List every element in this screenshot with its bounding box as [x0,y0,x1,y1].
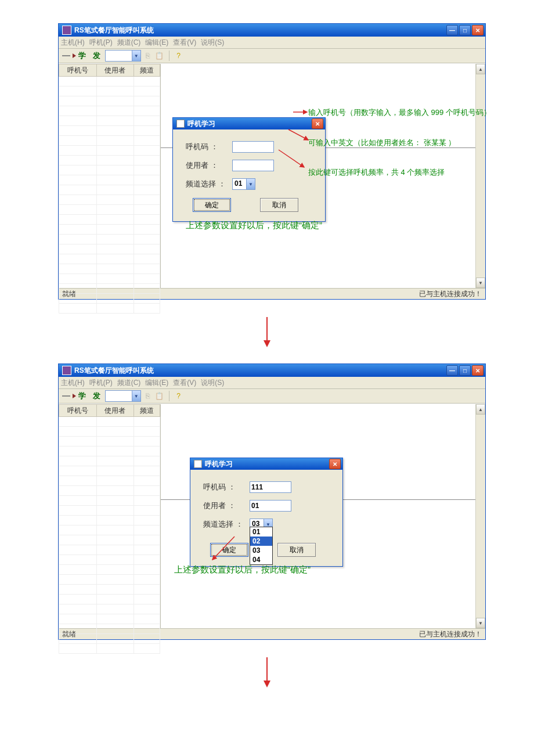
menubar[interactable]: 主机(H) 呼机(P) 频道(C) 编辑(E) 查看(V) 说明(S) [59,377,485,389]
sidebar: 呼机号 使用者 频道 [59,64,161,288]
label-user: 使用者 ： [203,501,250,511]
menu-edit[interactable]: 编辑(E) [145,38,168,48]
paste-icon[interactable]: 📋 [155,391,164,401]
toolbar-text[interactable]: 学 发 [78,51,103,61]
flow-arrow-icon [264,340,270,347]
channel-dropdown[interactable]: 01 02 03 04 [250,527,273,565]
col-user[interactable]: 使用者 [96,405,134,417]
help-icon[interactable]: ? [174,51,183,60]
scroll-up-icon[interactable]: ▲ [476,404,485,415]
menu-help[interactable]: 说明(S) [201,38,224,48]
titlebar[interactable]: RS笔式餐厅智能呼叫系统 — □ ✕ [59,364,485,377]
minimize-button[interactable]: — [446,25,458,35]
toolbar: 学 发 ▼ ⎘ 📋 ? [59,49,485,63]
sidebar: 呼机号 使用者 频道 [59,404,161,628]
dialog-icon [176,120,185,128]
dialog-close-button[interactable]: ✕ [312,118,323,129]
menu-pager[interactable]: 呼机(P) [89,38,113,48]
col-channel[interactable]: 频道 [134,64,160,77]
app-title: RS笔式餐厅智能呼叫系统 [74,26,154,35]
channel-select[interactable]: 01 ▼ [232,178,255,190]
scroll-down-icon[interactable]: ▼ [476,618,485,628]
option-01[interactable]: 01 [250,527,272,537]
close-button[interactable]: ✕ [472,365,484,376]
label-user: 使用者 ： [186,160,232,171]
cancel-button[interactable]: 取消 [260,198,298,212]
annotation-confirm-2: 上述参数设置好以后，按此键“确定” [174,564,311,575]
toolbar-text[interactable]: 学 发 [78,391,103,401]
user-input[interactable] [250,500,291,512]
option-02[interactable]: 02 [250,537,272,546]
menu-edit[interactable]: 编辑(E) [145,378,168,388]
svg-line-2 [279,150,304,167]
dialog-close-button[interactable]: ✕ [329,459,341,469]
app-window-2: RS笔式餐厅智能呼叫系统 — □ ✕ 主机(H) 呼机(P) 频道(C) 编辑(… [58,363,486,640]
user-input[interactable] [232,160,274,171]
svg-line-3 [212,537,234,560]
scrollbar[interactable]: ▲ ▼ [475,64,485,288]
channel-value: 01 [233,179,246,189]
chevron-down-icon[interactable]: ▼ [246,179,255,189]
pager-table[interactable]: 呼机号 使用者 频道 [59,64,160,314]
menu-help[interactable]: 说明(S) [201,378,224,388]
toolbar-combo[interactable]: ▼ [105,390,141,402]
toolbar-combo[interactable]: ▼ [105,50,141,62]
option-04[interactable]: 04 [250,555,272,564]
code-input[interactable] [250,481,291,493]
status-right: 已与主机连接成功！ [419,629,482,639]
app-title: RS笔式餐厅智能呼叫系统 [74,366,154,376]
col-pager-id[interactable]: 呼机号 [59,405,97,417]
dialog-title: 呼机学习 [205,459,233,469]
annotation-1: 输入呼机号（用数字输入，最多输入 999 个呼机号码） [308,107,491,118]
titlebar[interactable]: RS笔式餐厅智能呼叫系统 — □ ✕ [59,24,485,37]
app-window-1: RS笔式餐厅智能呼叫系统 — □ ✕ 主机(H) 呼机(P) 频道(C) 编辑(… [58,23,486,300]
menubar[interactable]: 主机(H) 呼机(P) 频道(C) 编辑(E) 查看(V) 说明(S) [59,37,485,49]
maximize-button[interactable]: □ [459,25,471,35]
close-button[interactable]: ✕ [472,25,484,35]
col-channel[interactable]: 频道 [134,405,160,417]
annotation-confirm-1: 上述参数设置好以后，按此键“确定” [186,220,322,231]
code-input[interactable] [232,141,274,153]
pager-table[interactable]: 呼机号 使用者 频道 [59,404,160,654]
copy-icon[interactable]: ⎘ [143,51,153,60]
menu-view[interactable]: 查看(V) [173,38,196,48]
option-03[interactable]: 03 [250,546,272,555]
col-pager-id[interactable]: 呼机号 [59,64,97,77]
menu-host[interactable]: 主机(H) [61,38,85,48]
label-code: 呼机码 ： [203,482,250,492]
maximize-button[interactable]: □ [459,365,471,376]
scroll-up-icon[interactable]: ▲ [476,64,485,74]
copy-icon[interactable]: ⎘ [143,391,153,401]
label-channel: 频道选择 ： [186,179,232,189]
menu-host[interactable]: 主机(H) [61,378,85,388]
label-channel: 频道选择 ： [203,519,250,530]
paste-icon[interactable]: 📋 [155,51,164,60]
toolbar-arrow-icon [73,53,76,58]
col-user[interactable]: 使用者 [96,64,134,77]
menu-channel[interactable]: 频道(C) [117,378,141,388]
menu-pager[interactable]: 呼机(P) [89,378,113,388]
status-right: 已与主机连接成功！ [419,289,482,299]
scroll-down-icon[interactable]: ▼ [476,278,485,288]
flow-arrow-stem [266,657,268,681]
dialog-icon [194,460,202,468]
annotation-3: 按此键可选择呼机频率，共 4 个频率选择 [308,167,445,178]
annotation-2: 可输入中英文（比如使用者姓名： 张某某 ） [308,138,456,148]
cancel-button[interactable]: 取消 [277,543,316,557]
flow-arrow-stem [266,317,268,340]
ok-button[interactable]: 确定 [193,198,231,212]
toolbar-sep-icon [62,55,70,56]
label-code: 呼机码 ： [186,142,232,152]
app-icon [62,366,71,375]
flow-arrow-icon [264,681,270,687]
help-icon[interactable]: ? [174,391,183,401]
minimize-button[interactable]: — [446,365,458,376]
toolbar-sep-icon [62,395,70,397]
menu-view[interactable]: 查看(V) [173,378,196,388]
toolbar: 学 发 ▼ ⎘ 📋 ? [59,389,485,404]
toolbar-arrow-icon [73,394,76,398]
dialog-title: 呼机学习 [187,119,215,129]
menu-channel[interactable]: 频道(C) [117,38,141,48]
svg-line-1 [288,129,308,140]
scrollbar[interactable]: ▲ ▼ [475,404,485,628]
